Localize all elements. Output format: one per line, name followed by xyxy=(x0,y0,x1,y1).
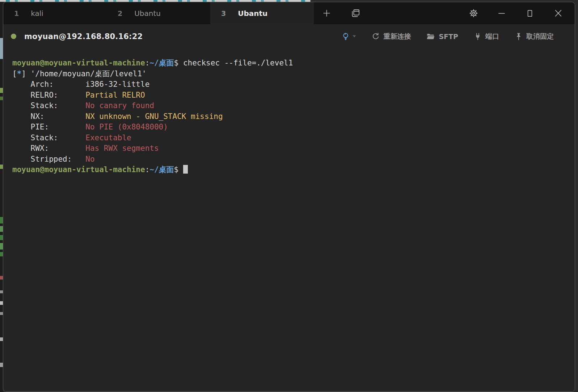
terminal-text-segment: : xyxy=(145,165,150,174)
tab-label: Ubantu xyxy=(238,9,267,18)
session-toolbar: moyuan@192.168.80.16:22 xyxy=(3,24,575,48)
background-window-left-sliver xyxy=(0,2,3,392)
terminal-line: Arch: i386-32-little xyxy=(12,79,572,90)
tab-2-ubantu[interactable]: 2 Ubantu xyxy=(107,2,210,24)
tab-label: Ubantu xyxy=(134,9,161,18)
terminal-text-segment: No canary found xyxy=(85,101,154,110)
terminal-line: RWX: Has RWX segments xyxy=(12,143,572,154)
terminal-line: moyuan@moyuan-virtual-machine:~/桌面$ xyxy=(12,165,572,175)
maximize-icon xyxy=(525,9,535,18)
terminal-text-segment: $ xyxy=(174,165,183,174)
terminal-text-segment: moyuan@moyuan-virtual-machine xyxy=(12,59,145,67)
terminal-text-segment: No xyxy=(85,155,94,163)
terminal-text-segment: NX unknown - GNU_STACK missing xyxy=(85,112,223,121)
terminal-text-segment: ~/桌面 xyxy=(149,165,174,174)
terminal-line: Stack: No canary found xyxy=(12,101,572,111)
terminal-line: RELRO: Partial RELRO xyxy=(12,90,572,101)
tab-1-kali[interactable]: 1 kali xyxy=(3,2,107,24)
terminal-text-segment: moyuan@moyuan-virtual-machine xyxy=(12,165,145,174)
session-actions: 重新连接 SFTP xyxy=(341,32,554,41)
unpin-label: 取消固定 xyxy=(526,32,554,41)
sftp-label: SFTP xyxy=(439,33,458,41)
maximize-button[interactable] xyxy=(521,2,539,24)
close-button[interactable] xyxy=(549,2,567,24)
terminal-text-segment: [ xyxy=(12,69,17,78)
terminal-text-segment: i386-32-little xyxy=(85,80,149,89)
unpin-button[interactable]: 取消固定 xyxy=(514,32,554,41)
terminal-text-segment: Stack: xyxy=(12,133,85,142)
session-address: moyuan@192.168.80.16:22 xyxy=(24,32,143,41)
ssh-terminal-window: 1 kali 2 Ubantu 3 Ubantu xyxy=(3,2,575,392)
terminal-text-segment: RELRO: xyxy=(12,91,85,99)
port-button[interactable]: 端口 xyxy=(473,32,499,41)
terminal-text-segment: * xyxy=(17,69,22,78)
new-tab-button[interactable] xyxy=(317,2,336,24)
tab-label: kali xyxy=(31,9,43,18)
sftp-button[interactable]: SFTP xyxy=(426,32,458,41)
tab-number: 2 xyxy=(118,9,122,17)
tab-number: 3 xyxy=(221,9,226,17)
terminal-text-segment: $ xyxy=(174,59,183,67)
plus-icon xyxy=(322,8,332,18)
terminal-line: NX: NX unknown - GNU_STACK missing xyxy=(12,111,572,122)
gear-icon xyxy=(469,8,478,18)
tab-3-ubantu-active[interactable]: 3 Ubantu xyxy=(210,2,314,24)
terminal-text-segment: ] '/home/moyuan/桌面/level1' xyxy=(21,69,146,78)
settings-button[interactable] xyxy=(465,2,482,24)
terminal-text-segment: No PIE (0x8048000) xyxy=(85,123,168,131)
minimize-button[interactable] xyxy=(493,2,510,24)
terminal-text-segment: Has RWX segments xyxy=(85,144,159,153)
port-label: 端口 xyxy=(485,32,499,41)
minimize-icon xyxy=(497,9,506,18)
windows-overview-icon xyxy=(351,8,360,18)
reconnect-button[interactable]: 重新连接 xyxy=(371,32,411,41)
terminal-line: Stack: Executable xyxy=(12,133,572,144)
desktop: 1 kali 2 Ubantu 3 Ubantu xyxy=(0,0,578,392)
tab-overview-button[interactable] xyxy=(346,2,364,24)
terminal-text-segment: Arch: xyxy=(12,80,85,89)
reconnect-label: 重新连接 xyxy=(383,32,411,41)
terminal-text-segment: : xyxy=(145,59,150,67)
chevron-down-icon xyxy=(353,35,356,38)
terminal-text-segment: checksec --file=./level1 xyxy=(183,59,293,67)
terminal-text-segment: RWX: xyxy=(12,144,85,153)
terminal-text-segment: NX: xyxy=(12,112,85,121)
terminal-text-segment: Stack: xyxy=(12,101,85,110)
terminal-text-segment: ~/桌面 xyxy=(149,59,174,67)
terminal-line: [*] '/home/moyuan/桌面/level1' xyxy=(12,69,572,80)
lightbulb-icon xyxy=(341,32,350,41)
terminal-text-segment: Executable xyxy=(85,133,131,142)
title-bar: 1 kali 2 Ubantu 3 Ubantu xyxy=(3,2,575,24)
terminal-line: Stripped: No xyxy=(12,154,572,165)
terminal-text-segment: Stripped: xyxy=(12,155,85,163)
connection-status-dot xyxy=(11,34,16,39)
terminal-output[interactable]: moyuan@moyuan-virtual-machine:~/桌面$ chec… xyxy=(3,48,575,391)
terminal-line: moyuan@moyuan-virtual-machine:~/桌面$ chec… xyxy=(12,58,572,69)
refresh-icon xyxy=(371,32,380,41)
close-icon xyxy=(553,8,563,18)
terminal-text-segment: PIE: xyxy=(12,123,85,131)
terminal-cursor xyxy=(183,165,188,174)
tab-number: 1 xyxy=(14,9,19,17)
pin-icon xyxy=(514,32,523,41)
folder-icon xyxy=(426,32,435,41)
plug-icon xyxy=(473,32,482,41)
hint-dropdown-button[interactable] xyxy=(341,32,356,41)
terminal-text-segment: Partial RELRO xyxy=(85,91,145,99)
terminal-line: PIE: No PIE (0x8048000) xyxy=(12,122,572,133)
